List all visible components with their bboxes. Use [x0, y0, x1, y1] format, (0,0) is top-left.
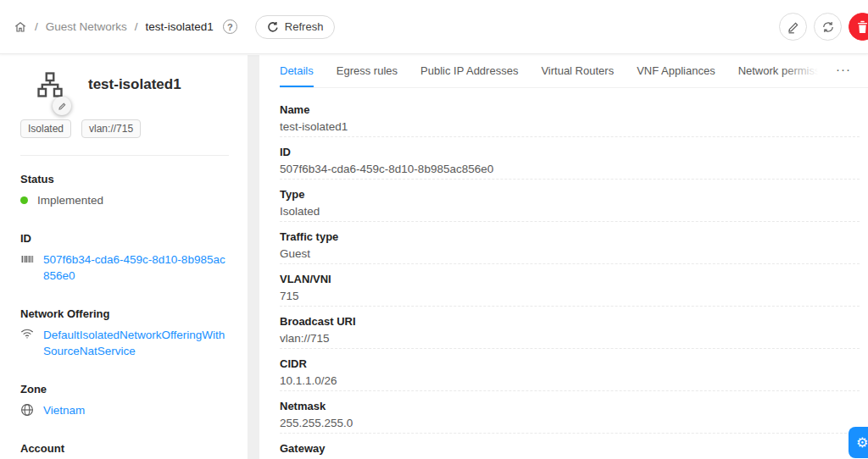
resource-title: test-isolated1 — [88, 76, 181, 93]
details-panel: Details Egress rules Public IP Addresses… — [259, 55, 868, 459]
field-label: Status — [20, 173, 229, 185]
sidebar-section-network-offering: Network Offering DefaultIsolatedNetworkO… — [20, 307, 229, 359]
detail-row-gateway: Gateway — [280, 434, 860, 459]
detail-rows: Name test-isolated1 ID 507f6b34-cda6-459… — [280, 95, 868, 459]
help-icon[interactable]: ? — [223, 19, 237, 34]
tab-public-ip-addresses[interactable]: Public IP Addresses — [420, 55, 518, 87]
breadcrumb-guest-networks[interactable]: Guest Networks — [46, 20, 127, 33]
breadcrumb-separator: / — [135, 20, 138, 33]
settings-fab-button[interactable]: ⚙ — [849, 427, 868, 458]
detail-label: Gateway — [280, 442, 860, 455]
detail-value: Guest — [280, 247, 860, 260]
more-tabs-button[interactable]: ··· — [836, 55, 851, 87]
status-value: Implemented — [37, 192, 103, 208]
vlan-tag: vlan://715 — [81, 119, 141, 138]
detail-value: 255.255.255.0 — [280, 417, 860, 429]
sidebar-section-account: Account — [20, 442, 229, 459]
detail-row-cidr: CIDR 10.1.1.0/26 — [280, 349, 860, 391]
delete-button[interactable] — [849, 13, 868, 41]
resource-head: test-isolated1 — [36, 70, 229, 99]
panel-scrollbar-track[interactable] — [248, 55, 259, 459]
detail-value: 715 — [280, 290, 860, 302]
sync-button[interactable] — [814, 13, 842, 41]
barcode-icon — [20, 252, 34, 266]
detail-label: ID — [280, 146, 860, 158]
detail-label: Traffic type — [280, 230, 860, 243]
tab-virtual-routers[interactable]: Virtual Routers — [541, 55, 614, 87]
sidebar-section-status: Status Implemented — [20, 173, 229, 208]
detail-row-traffic-type: Traffic type Guest — [280, 222, 860, 264]
detail-value: 10.1.1.0/26 — [280, 374, 860, 387]
gear-icon: ⚙ — [856, 434, 868, 451]
tab-vnf-appliances[interactable]: VNF Appliances — [637, 55, 715, 87]
detail-value: Isolated — [280, 205, 860, 218]
detail-row-id: ID 507f6b34-cda6-459c-8d10-8b985ac856e0 — [280, 137, 860, 180]
field-label: Network Offering — [20, 307, 229, 320]
tag-list: Isolated vlan://715 — [20, 119, 229, 138]
detail-label: CIDR — [280, 357, 860, 370]
wifi-icon — [20, 328, 34, 340]
tab-bar: Details Egress rules Public IP Addresses… — [280, 55, 868, 88]
detail-row-broadcast-uri: Broadcast URI vlan://715 — [280, 307, 860, 349]
status-dot-icon — [20, 196, 28, 204]
detail-label: Netmask — [280, 400, 860, 412]
breadcrumb-current-page: test-isolated1 — [146, 20, 214, 33]
reload-icon — [267, 21, 279, 33]
resource-sidebar: test-isolated1 Isolated vlan://715 Statu… — [0, 55, 248, 459]
refresh-button[interactable]: Refresh — [255, 15, 336, 39]
breadcrumb: / Guest Networks / test-isolated1 ? Refr… — [14, 15, 335, 39]
field-label: Account — [20, 442, 229, 455]
home-icon[interactable] — [14, 20, 27, 34]
detail-label: Name — [280, 103, 860, 116]
edit-button[interactable] — [779, 13, 807, 41]
divider — [20, 155, 229, 156]
zone-link[interactable]: Vietnam — [43, 402, 85, 418]
breadcrumb-separator: / — [35, 20, 38, 33]
tab-scroller: Details Egress rules Public IP Addresses… — [280, 55, 824, 87]
detail-value: vlan://715 — [280, 332, 860, 345]
tab-details[interactable]: Details — [280, 55, 314, 87]
detail-row-netmask: Netmask 255.255.255.0 — [280, 391, 860, 434]
detail-value: 507f6b34-cda6-459c-8d10-8b985ac856e0 — [280, 163, 860, 175]
detail-row-type: Type Isolated — [280, 180, 860, 222]
network-offering-link[interactable]: DefaultIsolatedNetworkOfferingWithSource… — [43, 327, 229, 359]
sidebar-section-zone: Zone Vietnam — [20, 383, 229, 418]
detail-label: Type — [280, 188, 860, 201]
header-actions — [779, 13, 868, 41]
refresh-label: Refresh — [285, 20, 324, 33]
tab-network-permissions[interactable]: Network permissions — [738, 55, 824, 87]
trash-icon — [856, 20, 868, 34]
type-tag: Isolated — [20, 119, 71, 138]
detail-row-name: Name test-isolated1 — [280, 95, 860, 137]
field-label: Zone — [20, 383, 229, 395]
pencil-icon — [58, 102, 67, 111]
detail-row-vlan: VLAN/VNI 715 — [280, 264, 860, 307]
detail-label: VLAN/VNI — [280, 273, 860, 285]
globe-icon — [20, 403, 34, 417]
pencil-icon — [787, 20, 800, 34]
top-header: / Guest Networks / test-isolated1 ? Refr… — [0, 0, 868, 54]
detail-label: Broadcast URI — [280, 315, 860, 328]
id-link[interactable]: 507f6b34-cda6-459c-8d10-8b985ac856e0 — [43, 252, 229, 284]
detail-value: test-isolated1 — [280, 120, 860, 133]
tab-egress-rules[interactable]: Egress rules — [337, 55, 398, 87]
sync-icon — [821, 20, 835, 34]
network-apartment-icon — [36, 70, 64, 99]
sidebar-section-id: ID 507f6b34-cda6-459c-8d10-8b985ac856e0 — [20, 232, 229, 284]
field-label: ID — [20, 232, 229, 245]
edit-name-button[interactable] — [53, 97, 71, 115]
